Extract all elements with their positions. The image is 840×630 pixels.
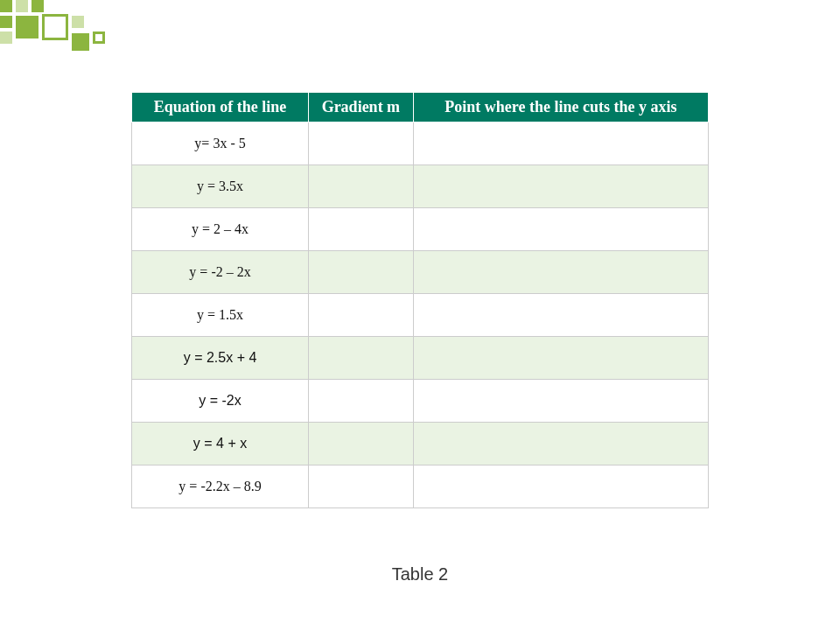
- slide: Equation of the line Gradient m Point wh…: [0, 0, 840, 630]
- cell-gradient: [309, 466, 414, 508]
- cell-equation: y = -2.2x – 8.9: [132, 466, 309, 508]
- table-row: y = -2 – 2x: [132, 251, 709, 294]
- cell-gradient: [309, 122, 414, 165]
- cell-yintercept: [413, 208, 708, 251]
- cell-equation: y = -2x: [132, 380, 309, 423]
- cell-gradient: [309, 251, 414, 294]
- cell-yintercept: [413, 337, 708, 380]
- corner-ornament-icon: [0, 0, 192, 61]
- cell-equation: y = -2 – 2x: [132, 251, 309, 294]
- cell-gradient: [309, 423, 414, 466]
- col-header-yintercept: Point where the line cuts the y axis: [413, 93, 708, 122]
- col-header-equation: Equation of the line: [132, 93, 309, 122]
- table-row: y = 1.5x: [132, 294, 709, 337]
- cell-equation: y = 4 + x: [132, 423, 309, 466]
- cell-gradient: [309, 165, 414, 208]
- cell-yintercept: [413, 165, 708, 208]
- cell-yintercept: [413, 122, 708, 165]
- table-row: y = 2 – 4x: [132, 208, 709, 251]
- col-header-gradient: Gradient m: [309, 93, 414, 122]
- equations-table: Equation of the line Gradient m Point wh…: [131, 92, 709, 508]
- table-row: y = 3.5x: [132, 165, 709, 208]
- table-caption: Table 2: [0, 564, 840, 584]
- table-row: y = -2x: [132, 380, 709, 423]
- cell-equation: y = 2.5x + 4: [132, 337, 309, 380]
- cell-yintercept: [413, 423, 708, 466]
- cell-yintercept: [413, 466, 708, 508]
- cell-equation: y = 3.5x: [132, 165, 309, 208]
- cell-gradient: [309, 337, 414, 380]
- table-header: Equation of the line Gradient m Point wh…: [132, 93, 709, 122]
- cell-equation: y= 3x - 5: [132, 122, 309, 165]
- cell-equation: y = 1.5x: [132, 294, 309, 337]
- cell-equation: y = 2 – 4x: [132, 208, 309, 251]
- cell-yintercept: [413, 251, 708, 294]
- cell-gradient: [309, 380, 414, 423]
- table-row: y = -2.2x – 8.9: [132, 466, 709, 508]
- table-row: y= 3x - 5: [132, 122, 709, 165]
- cell-yintercept: [413, 380, 708, 423]
- table-row: y = 2.5x + 4: [132, 337, 709, 380]
- cell-gradient: [309, 294, 414, 337]
- cell-gradient: [309, 208, 414, 251]
- cell-yintercept: [413, 294, 708, 337]
- table-row: y = 4 + x: [132, 423, 709, 466]
